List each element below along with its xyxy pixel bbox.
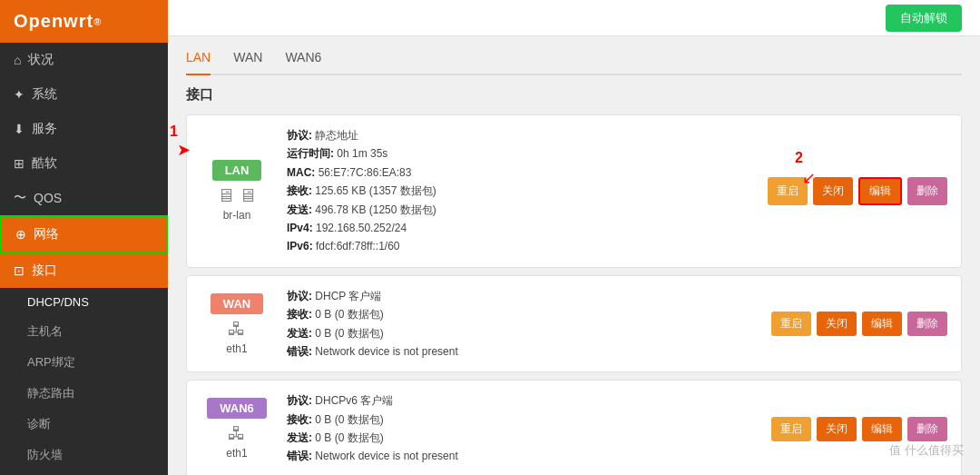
wan6-detail-3: 错误: Network device is not present <box>287 450 458 462</box>
wan6-edit-button[interactable]: 编辑 <box>862 417 902 441</box>
wan-delete-button[interactable]: 删除 <box>907 312 947 336</box>
watermark: 值 什么值得买 <box>889 442 964 459</box>
sidebar-subitem-mptcp[interactable]: MPTCP <box>0 470 168 475</box>
lan-badge: LAN <box>212 160 262 181</box>
wan-detail-2: 发送: 0 B (0 数据包) <box>287 327 384 340</box>
grid-icon: ⊞ <box>14 156 24 171</box>
auto-resolve-button[interactable]: 自动解锁 <box>886 5 962 32</box>
computer-icon-1: 🖥 <box>217 185 235 206</box>
lan-detail-6: IPv6: fdcf:6df:78ff::1/60 <box>287 240 400 252</box>
wan6-restart-button[interactable]: 重启 <box>771 417 811 441</box>
top-bar: 自动解锁 <box>168 0 980 36</box>
wan-detail-0: 协议: DHCP 客户端 <box>287 290 381 302</box>
sidebar-subitem-hostname[interactable]: 主机名 <box>0 316 168 347</box>
sidebar-subitem-arp-bind[interactable]: ARP绑定 <box>0 347 168 378</box>
lan-actions-wrapper: 2 ↙ 重启 关闭 编辑 删除 <box>768 177 947 205</box>
lan-card-wrapper: 1 ➤ LAN 🖥 🖥 br-lan 协议: 静态地址 运行时间: 0h 1m … <box>186 114 962 268</box>
wan-edit-button[interactable]: 编辑 <box>862 312 902 336</box>
interface-tabs: LAN WAN WAN6 <box>186 50 962 75</box>
wan6-icon: 🖧 <box>228 423 246 444</box>
wan-action-buttons: 重启 关闭 编辑 删除 <box>771 312 947 336</box>
wan6-action-buttons: 重启 关闭 编辑 删除 <box>771 417 947 441</box>
sidebar: Openwrt® ⌂ 状况 ✦ 系统 ⬇ 服务 ⊞ 酷软 〜 QOS ⊕ 网络 … <box>0 0 168 475</box>
network-icon: 🖧 <box>228 319 246 340</box>
gear-icon: ✦ <box>14 87 24 102</box>
sidebar-item-interface[interactable]: ⊡ 接口 <box>0 253 168 288</box>
lan-detail-1: 运行时间: 0h 1m 35s <box>287 147 387 160</box>
sidebar-item-system[interactable]: ✦ 系统 <box>0 77 168 112</box>
plug-icon: ⊡ <box>14 263 24 278</box>
tab-lan[interactable]: LAN <box>186 50 211 75</box>
wan-details: 协议: DHCP 客户端 接收: 0 B (0 数据包) 发送: 0 B (0 … <box>287 287 758 361</box>
wan6-device-name: eth1 <box>226 447 247 460</box>
tab-wan6[interactable]: WAN6 <box>285 50 321 68</box>
wan-interface-card: WAN 🖧 eth1 协议: DHCP 客户端 接收: 0 B (0 数据包) … <box>186 275 962 373</box>
tab-wan[interactable]: WAN <box>233 50 262 68</box>
wan6-delete-button[interactable]: 删除 <box>907 417 947 441</box>
content-area: LAN WAN WAN6 接口 1 ➤ LAN 🖥 🖥 br-lan 协 <box>168 36 980 475</box>
wan6-interface-card: WAN6 🖧 eth1 协议: DHCPv6 客户端 接收: 0 B (0 数据… <box>186 380 962 475</box>
sidebar-subitem-firewall[interactable]: 防火墙 <box>0 440 168 470</box>
annotation-1: 1 <box>170 124 178 140</box>
lan-close-button[interactable]: 关闭 <box>813 177 853 205</box>
sidebar-item-network[interactable]: ⊕ 网络 <box>0 215 168 253</box>
lan-detail-4: 发送: 496.78 KB (1250 数据包) <box>287 203 436 216</box>
sidebar-subitem-static-routes[interactable]: 静态路由 <box>0 378 168 409</box>
logo: Openwrt® <box>0 0 168 43</box>
arrow-2-icon: ↙ <box>802 168 816 188</box>
wan6-detail-1: 接收: 0 B (0 数据包) <box>287 413 384 426</box>
annotation-2: 2 <box>795 150 803 166</box>
sidebar-item-services[interactable]: ⬇ 服务 <box>0 112 168 146</box>
lan-interface-card: LAN 🖥 🖥 br-lan 协议: 静态地址 运行时间: 0h 1m 35s … <box>186 114 962 268</box>
main-content: 自动解锁 LAN WAN WAN6 接口 1 ➤ LAN 🖥 🖥 br-lan <box>168 0 980 475</box>
arrow-1-icon: ➤ <box>177 140 191 160</box>
wan-icon: 🖧 <box>228 319 246 340</box>
wan-iface-left: WAN 🖧 eth1 <box>201 293 273 355</box>
computer-icon-2: 🖥 <box>239 185 257 206</box>
home-icon: ⌂ <box>14 53 21 67</box>
network6-icon: 🖧 <box>228 423 246 444</box>
lan-details: 协议: 静态地址 运行时间: 0h 1m 35s MAC: 56:E7:7C:8… <box>287 126 754 256</box>
wan6-details: 协议: DHCPv6 客户端 接收: 0 B (0 数据包) 发送: 0 B (… <box>287 391 758 466</box>
sidebar-subitem-diagnostics[interactable]: 诊断 <box>0 409 168 440</box>
wan6-badge: WAN6 <box>207 398 267 419</box>
lan-detail-5: IPv4: 192.168.50.252/24 <box>287 222 407 234</box>
lan-action-buttons: 重启 关闭 编辑 删除 <box>768 177 947 205</box>
lan-detail-3: 接收: 125.65 KB (1357 数据包) <box>287 184 436 197</box>
sidebar-subitem-dhcp-dns[interactable]: DHCP/DNS <box>0 288 168 316</box>
lan-detail-2: MAC: 56:E7:7C:86:EA:83 <box>287 166 411 179</box>
signal-icon: 〜 <box>14 190 26 206</box>
wan-restart-button[interactable]: 重启 <box>771 312 811 336</box>
wan6-iface-left: WAN6 🖧 eth1 <box>201 398 273 460</box>
wan6-detail-2: 发送: 0 B (0 数据包) <box>287 431 384 444</box>
wan-detail-1: 接收: 0 B (0 数据包) <box>287 308 384 321</box>
wan-detail-3: 错误: Network device is not present <box>287 345 458 358</box>
lan-icon: 🖥 🖥 <box>217 185 257 206</box>
download-icon: ⬇ <box>14 122 24 136</box>
wan6-close-button[interactable]: 关闭 <box>817 417 857 441</box>
wan6-detail-0: 协议: DHCPv6 客户端 <box>287 394 393 407</box>
section-title: 接口 <box>186 86 962 104</box>
sidebar-item-coolsoft[interactable]: ⊞ 酷软 <box>0 146 168 181</box>
sidebar-item-qos[interactable]: 〜 QOS <box>0 181 168 215</box>
lan-iface-left: LAN 🖥 🖥 br-lan <box>201 160 273 222</box>
lan-edit-button[interactable]: 编辑 <box>858 177 902 205</box>
lan-detail-0: 协议: 静态地址 <box>287 129 358 142</box>
wan-close-button[interactable]: 关闭 <box>817 312 857 336</box>
sidebar-item-status[interactable]: ⌂ 状况 <box>0 43 168 77</box>
wan-device-name: eth1 <box>226 342 247 355</box>
wan-badge: WAN <box>211 293 263 314</box>
lan-delete-button[interactable]: 删除 <box>907 177 947 205</box>
lan-device-name: br-lan <box>223 209 251 222</box>
globe-icon: ⊕ <box>15 227 26 242</box>
